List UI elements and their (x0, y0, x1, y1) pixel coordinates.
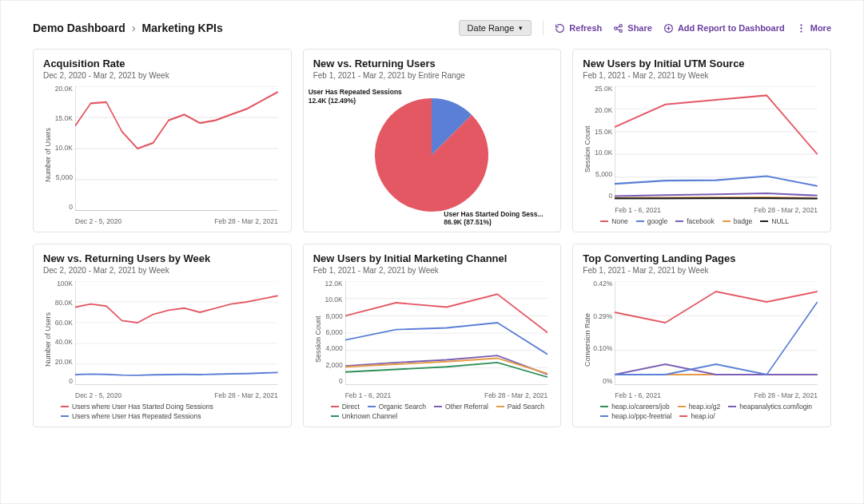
legend-item[interactable]: Paid Search (496, 403, 544, 411)
more-icon (796, 23, 806, 34)
x-ticks: Dec 2 - 5, 2020Feb 28 - Mar 2, 2021 (75, 217, 278, 225)
legend-item[interactable]: Unknown Channel (331, 412, 397, 420)
legend-swatch (679, 415, 687, 417)
legend-item[interactable]: Users where User Has Started Doing Sessi… (61, 403, 213, 411)
legend-label: Unknown Channel (342, 412, 397, 420)
pie-label-repeated: User Has Repeated Sessions12.4K (12.49%) (309, 88, 412, 105)
refresh-button[interactable]: Refresh (555, 23, 602, 34)
legend-label: heapanalytics.com/login (739, 403, 812, 411)
legend-item[interactable]: Organic Search (368, 403, 426, 411)
breadcrumb-current: Marketing KPIs (142, 22, 223, 34)
line-chart: 100K80.0K60.0K40.0K20.0K0Dec 2 - 5, 2020… (53, 280, 281, 399)
legend-swatch (678, 406, 686, 407)
legend-item[interactable]: facebook (675, 217, 715, 225)
chart-body: Conversion Rate0.42%0.29%0.10%0%Feb 1 - … (583, 280, 821, 399)
plot-area (75, 281, 278, 385)
svg-point-1 (619, 24, 622, 26)
refresh-label: Refresh (569, 23, 602, 33)
legend: NonegooglefacebookbadgeNULL (583, 214, 821, 225)
dashboard-frame: Demo Dashboard › Marketing KPIs Date Ran… (0, 0, 864, 504)
chart-body: Session Count25.0K20.0K15.0K10.0K5,0000F… (583, 85, 821, 214)
chart-card[interactable]: New vs. Returning Users by Week Dec 2, 2… (33, 244, 292, 427)
y-axis-label: Conversion Rate (583, 280, 592, 399)
legend-swatch (331, 406, 339, 407)
legend-swatch (368, 406, 376, 407)
y-ticks: 20.0K15.0K10.0K5,0000 (53, 85, 75, 211)
chevron-right-icon: › (132, 22, 136, 34)
chart-card[interactable]: New Users by Initial UTM Source Feb 1, 2… (572, 49, 831, 232)
line-chart: 25.0K20.0K15.0K10.0K5,0000Feb 1 - 6, 202… (592, 85, 821, 214)
chart-card[interactable]: Top Converting Landing Pages Feb 1, 2021… (572, 244, 831, 427)
card-subtitle: Dec 2, 2020 - Mar 2, 2021 by Week (43, 266, 281, 275)
plot-area (615, 86, 818, 200)
breadcrumb: Demo Dashboard › Marketing KPIs (33, 22, 223, 34)
pie-label-started: User Has Started Doing Sess...86.9K (87.… (444, 210, 555, 227)
card-grid: Acquisition Rate Dec 2, 2020 - Mar 2, 20… (33, 49, 831, 427)
card-title: New vs. Returning Users by Week (43, 252, 281, 264)
legend-item[interactable]: heap.io/ (679, 412, 715, 420)
legend-item[interactable]: heapanalytics.com/login (728, 403, 812, 411)
legend-item[interactable]: None (600, 217, 627, 225)
legend-label: heap.io/g2 (689, 403, 721, 411)
legend-item[interactable]: badge (723, 217, 753, 225)
legend-swatch (61, 415, 69, 417)
card-subtitle: Dec 2, 2020 - Mar 2, 2021 by Week (43, 71, 281, 80)
share-label: Share (627, 23, 652, 33)
x-ticks: Dec 2 - 5, 2020Feb 28 - Mar 2, 2021 (75, 391, 278, 399)
chevron-down-icon: ▾ (519, 24, 523, 32)
breadcrumb-parent[interactable]: Demo Dashboard (33, 22, 125, 34)
date-range-label: Date Range (468, 23, 515, 33)
add-report-label: Add Report to Dashboard (678, 23, 785, 33)
plot-area (615, 281, 818, 385)
legend: heap.io/careers/jobheap.io/g2heapanalyti… (583, 399, 821, 420)
chart-card[interactable]: New vs. Returning Users Feb 1, 2021 - Ma… (303, 49, 562, 232)
legend: Users where User Has Started Doing Sessi… (43, 399, 281, 420)
legend-swatch (434, 406, 442, 407)
legend-item[interactable]: heap.io/g2 (678, 403, 721, 411)
line-chart: 20.0K15.0K10.0K5,0000Dec 2 - 5, 2020Feb … (53, 85, 281, 225)
legend-item[interactable]: heap.io/ppc-freetrial (600, 412, 671, 420)
svg-point-5 (800, 27, 802, 29)
more-button[interactable]: More (796, 23, 831, 34)
line-chart: 0.42%0.29%0.10%0%Feb 1 - 6, 2021Feb 28 -… (592, 280, 821, 399)
chart-card[interactable]: Acquisition Rate Dec 2, 2020 - Mar 2, 20… (33, 49, 292, 232)
legend-item[interactable]: Users where User Has Repeated Sessions (61, 412, 201, 420)
legend-item[interactable]: google (636, 217, 668, 225)
legend-label: Paid Search (508, 403, 544, 411)
svg-point-6 (800, 30, 802, 32)
card-title: New Users by Initial UTM Source (583, 58, 821, 69)
share-button[interactable]: Share (613, 23, 652, 34)
legend-swatch (728, 406, 736, 407)
legend-label: Users where User Has Started Doing Sessi… (72, 403, 213, 411)
date-range-button[interactable]: Date Range ▾ (459, 20, 532, 36)
card-subtitle: Feb 1, 2021 - Mar 2, 2021 by Week (583, 266, 821, 275)
x-ticks: Feb 1 - 6, 2021Feb 28 - Mar 2, 2021 (615, 206, 818, 214)
legend: DirectOrganic SearchOther ReferralPaid S… (313, 399, 551, 420)
x-ticks: Feb 1 - 6, 2021Feb 28 - Mar 2, 2021 (615, 391, 818, 399)
chart-card[interactable]: New Users by Initial Marketing Channel F… (303, 244, 562, 427)
legend-label: Organic Search (379, 403, 426, 411)
legend-item[interactable]: heap.io/careers/job (600, 403, 669, 411)
legend-item[interactable]: NULL (760, 217, 789, 225)
legend-swatch (760, 220, 768, 222)
plus-circle-icon (663, 23, 674, 34)
chart-body: Number of Users20.0K15.0K10.0K5,0000Dec … (43, 85, 281, 225)
y-ticks: 100K80.0K60.0K40.0K20.0K0 (53, 280, 75, 385)
plot-area (75, 86, 278, 211)
share-icon (613, 23, 623, 34)
legend-item[interactable]: Direct (331, 403, 360, 411)
legend-label: heap.io/ (691, 412, 715, 420)
legend-item[interactable]: Other Referral (434, 403, 488, 411)
y-axis-label: Session Count (313, 280, 323, 399)
legend-label: badge (734, 217, 753, 225)
legend-label: None (611, 217, 627, 225)
add-report-button[interactable]: Add Report to Dashboard (663, 23, 785, 34)
card-title: New vs. Returning Users (313, 58, 551, 69)
plot-area (345, 281, 548, 385)
y-axis-label: Session Count (583, 85, 592, 214)
chart-body: Session Count12.0K10.0K8,0006,0004,0002,… (313, 280, 551, 399)
legend-swatch (496, 406, 504, 407)
legend-swatch (675, 220, 683, 222)
card-title: New Users by Initial Marketing Channel (313, 252, 551, 264)
svg-point-4 (800, 24, 802, 26)
